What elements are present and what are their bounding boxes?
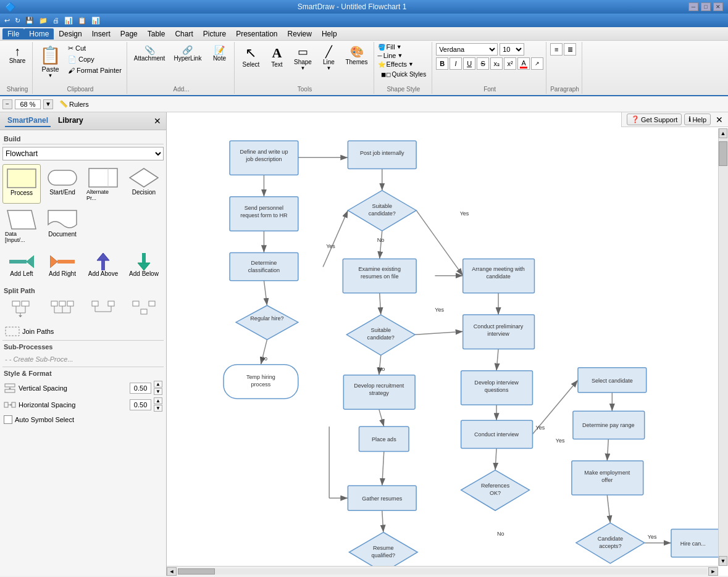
menu-picture[interactable]: Picture	[198, 28, 231, 39]
qa-print-btn[interactable]: 🖨	[51, 16, 61, 25]
shape-button[interactable]: ▭ Shape ▼	[290, 43, 315, 73]
font-dialog-button[interactable]: ↗	[531, 57, 543, 70]
scroll-right-button[interactable]: ►	[708, 567, 718, 576]
horizontal-scrollbar-thumb[interactable]	[178, 568, 215, 575]
format-painter-button[interactable]: 🖌 Format Painter	[65, 65, 124, 75]
scroll-left-button[interactable]: ◄	[167, 567, 177, 576]
superscript-button[interactable]: x²	[504, 57, 516, 70]
split-2-item[interactable]	[43, 298, 82, 320]
paste-button[interactable]: 📋 Paste ▼	[36, 43, 64, 80]
underline-button[interactable]: U	[463, 57, 475, 70]
auto-symbol-checkbox[interactable]	[4, 415, 12, 424]
right-scrollbar[interactable]: ▲ ▼	[718, 128, 728, 566]
menu-help[interactable]: Help	[317, 28, 342, 39]
menu-design[interactable]: Design	[54, 28, 86, 39]
scroll-up-button[interactable]: ▲	[719, 128, 727, 138]
strikethrough-button[interactable]: S	[477, 57, 489, 70]
copy-button[interactable]: 📄 Copy	[65, 54, 124, 65]
window-controls[interactable]: ─ □ ✕	[688, 2, 723, 11]
flowchart-diagram[interactable]: Define and write up job description Send…	[167, 128, 728, 576]
rulers-button[interactable]: 📏 Rulers	[56, 99, 93, 109]
cut-button[interactable]: ✂ Cut	[65, 43, 124, 54]
horizontal-scrollbar-track[interactable]	[178, 568, 707, 575]
add-left-button[interactable]: Add Left	[2, 251, 41, 280]
document-shape-item[interactable]: Document	[43, 206, 82, 246]
vertical-spacing-up[interactable]: ▲	[154, 381, 162, 388]
bottom-scrollbar[interactable]: ◄ ►	[167, 566, 718, 576]
menu-chart[interactable]: Chart	[170, 28, 198, 39]
share-button[interactable]: ↑ Share	[5, 43, 30, 66]
menu-home[interactable]: Home	[24, 28, 54, 39]
qa-extra1-btn[interactable]: 📊	[62, 16, 75, 25]
add-above-button[interactable]: Add Above	[84, 251, 122, 280]
add-right-button[interactable]: Add Right	[43, 251, 82, 280]
effects-dropdown[interactable]: ▼	[408, 61, 414, 67]
scroll-down-button[interactable]: ▼	[719, 556, 727, 566]
text-button[interactable]: A Text	[264, 43, 289, 70]
flowchart-type-select[interactable]: Flowchart Org Chart	[2, 147, 164, 160]
get-support-button[interactable]: ❓ Get Support	[627, 114, 682, 125]
library-tab[interactable]: Library	[56, 115, 86, 127]
subscript-button[interactable]: x₂	[490, 57, 503, 70]
join-paths-item[interactable]: Join Paths	[2, 325, 164, 338]
note-button[interactable]: 📝 Note	[207, 43, 232, 64]
paragraph-align-button[interactable]: ≣	[564, 43, 576, 56]
minimize-button[interactable]: ─	[688, 2, 698, 11]
quick-styles-button[interactable]: ◼◻ Quick Styles	[378, 69, 430, 80]
menu-review[interactable]: Review	[283, 28, 317, 39]
process-shape-item[interactable]: Process	[2, 164, 41, 204]
split-1-item[interactable]	[2, 298, 41, 320]
zoom-out-button[interactable]: −	[2, 99, 12, 109]
line-dropdown[interactable]: ▼	[397, 52, 403, 59]
start-end-shape-item[interactable]: Start/End	[43, 164, 82, 204]
vertical-scrollbar-thumb[interactable]	[719, 141, 727, 166]
maximize-button[interactable]: □	[701, 2, 711, 11]
data-input-shape-item[interactable]: Data [Input/...	[2, 206, 41, 246]
help-button[interactable]: ℹ Help	[684, 114, 711, 125]
fill-dropdown[interactable]: ▼	[396, 44, 402, 50]
qa-redo-btn[interactable]: ↻	[13, 16, 22, 25]
vertical-spacing-input[interactable]	[130, 383, 151, 394]
smartpanel-tab[interactable]: SmartPanel	[5, 115, 51, 127]
vertical-scrollbar-track[interactable]	[719, 138, 728, 556]
list-button[interactable]: ≡	[550, 43, 563, 56]
decision-shape-item[interactable]: Decision	[125, 164, 163, 204]
menu-file[interactable]: File	[2, 28, 24, 39]
quick-styles-icon: ◼◻	[381, 71, 391, 78]
select-button[interactable]: ↖ Select	[238, 43, 263, 70]
menu-page[interactable]: Page	[115, 28, 143, 39]
font-color-button[interactable]: A	[517, 57, 530, 70]
line-dropdown-icon: ▼	[326, 65, 331, 71]
menu-table[interactable]: Table	[143, 28, 170, 39]
menu-insert[interactable]: Insert	[87, 28, 115, 39]
line-button[interactable]: ╱ Line ▼	[316, 43, 341, 73]
attachment-button[interactable]: 📎 Attachment	[131, 43, 169, 64]
italic-button[interactable]: I	[450, 57, 462, 70]
bold-button[interactable]: B	[436, 57, 448, 70]
menu-presentation[interactable]: Presentation	[231, 28, 282, 39]
qa-save-btn[interactable]: 💾	[23, 16, 36, 25]
hyperlink-button[interactable]: 🔗 HyperLink	[170, 43, 204, 64]
qa-extra2-btn[interactable]: 📋	[76, 16, 88, 25]
horizontal-spacing-down[interactable]: ▼	[154, 405, 162, 412]
horizontal-spacing-up[interactable]: ▲	[154, 397, 162, 404]
support-close-button[interactable]: ✕	[716, 115, 723, 125]
qa-undo-btn[interactable]: ↩	[2, 16, 12, 25]
zoom-dropdown-button[interactable]: ▼	[43, 99, 53, 109]
canvas-area[interactable]: ❓ Get Support ℹ Help ✕	[167, 112, 728, 576]
horizontal-spacing-input[interactable]	[130, 399, 151, 410]
themes-button[interactable]: 🎨 Themes	[342, 43, 370, 67]
qa-extra3-btn[interactable]: 📊	[90, 16, 102, 25]
zoom-display[interactable]: 68 %	[15, 99, 41, 109]
font-family-select[interactable]: Verdana Arial Times New Roman	[436, 43, 498, 56]
add-below-button[interactable]: Add Below	[125, 251, 163, 280]
split-4-item[interactable]	[125, 298, 163, 320]
split-3-item[interactable]	[84, 298, 122, 320]
qa-open-btn[interactable]: 📁	[37, 16, 49, 25]
vertical-spacing-down[interactable]: ▼	[154, 388, 162, 395]
panel-close-button[interactable]: ✕	[154, 116, 161, 126]
create-sub-process-button[interactable]: - - Create Sub-Proce...	[2, 354, 164, 364]
font-size-select[interactable]: 10 12 14	[500, 43, 524, 56]
close-button[interactable]: ✕	[713, 2, 723, 11]
alt-process-shape-item[interactable]: Alternate Pr...	[84, 164, 122, 204]
